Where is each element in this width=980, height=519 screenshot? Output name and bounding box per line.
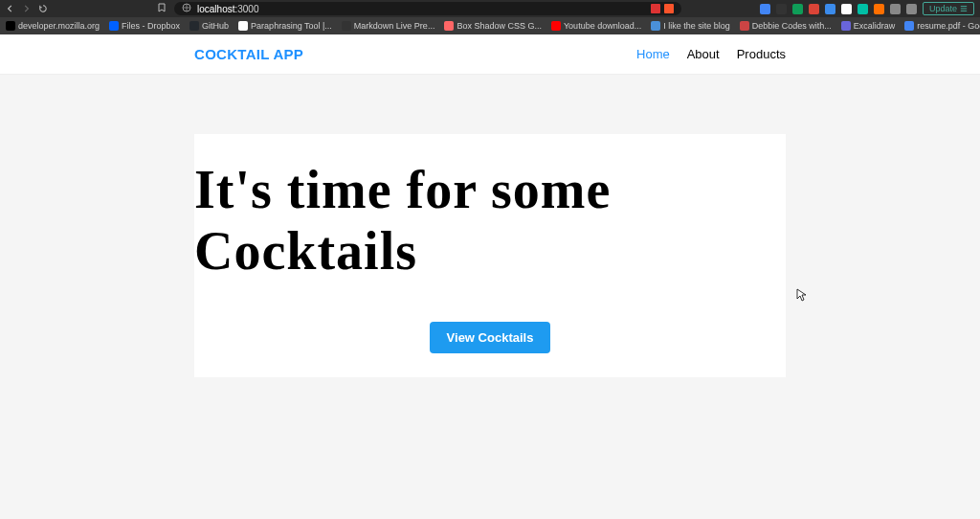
bookmark-icon[interactable] xyxy=(157,3,167,14)
bookmark-item[interactable]: Youtube download... xyxy=(551,21,641,31)
favicon xyxy=(444,21,454,31)
bookmark-label: Paraphrasing Tool |... xyxy=(251,21,332,31)
favicon xyxy=(651,21,660,31)
bookmark-label: I like the site blog xyxy=(663,21,730,31)
favicon xyxy=(551,21,561,31)
extensions-area: Update xyxy=(760,2,974,15)
hero-card: It's time for some Cocktails View Cockta… xyxy=(194,134,786,377)
hero-title: It's time for some Cocktails xyxy=(194,159,786,282)
bookmark-item[interactable]: Paraphrasing Tool |... xyxy=(238,21,332,31)
bookmark-item[interactable]: Excalidraw xyxy=(841,21,896,31)
browser-toolbar: localhost:3000 Update xyxy=(0,0,980,17)
favicon xyxy=(189,21,199,31)
bookmark-item[interactable]: I like the site blog xyxy=(651,21,730,31)
url-text: localhost:3000 xyxy=(197,4,259,14)
bookmark-item[interactable]: developer.mozilla.org xyxy=(6,21,100,31)
nav-link-products[interactable]: Products xyxy=(737,47,786,61)
extension-icon[interactable] xyxy=(792,4,803,14)
nav-link-home[interactable]: Home xyxy=(636,47,670,61)
bookmarks-bar: developer.mozilla.orgFiles - DropboxGitH… xyxy=(0,17,980,34)
favicon xyxy=(841,21,851,31)
brand-logo[interactable]: COCKTAIL APP xyxy=(194,46,303,62)
extension-icon[interactable] xyxy=(858,4,868,14)
favicon xyxy=(740,21,749,31)
bookmark-label: resume.pdf - Googl... xyxy=(917,21,980,31)
update-button[interactable]: Update xyxy=(923,2,974,15)
favicon xyxy=(6,21,15,31)
bookmark-label: Debbie Codes with... xyxy=(752,21,832,31)
bookmark-label: Excalidraw xyxy=(854,21,896,31)
main-nav: HomeAboutProducts xyxy=(636,47,786,61)
url-bar[interactable]: localhost:3000 xyxy=(174,2,681,15)
bookmark-item[interactable]: Markdown Live Pre... xyxy=(342,21,435,31)
view-cocktails-button[interactable]: View Cocktails xyxy=(430,322,551,353)
extension-icon[interactable] xyxy=(760,4,770,14)
extension-icon[interactable] xyxy=(890,4,901,14)
favicon xyxy=(904,21,914,31)
bookmark-label: Box Shadow CSS G... xyxy=(457,21,542,31)
extension-icon[interactable] xyxy=(841,4,852,14)
bookmark-label: Markdown Live Pre... xyxy=(354,21,435,31)
reload-button[interactable] xyxy=(38,4,48,13)
back-button[interactable] xyxy=(6,4,15,13)
forward-button[interactable] xyxy=(21,4,31,13)
bookmark-item[interactable]: resume.pdf - Googl... xyxy=(904,21,980,31)
bookmark-item[interactable]: Box Shadow CSS G... xyxy=(444,21,542,31)
bookmark-item[interactable]: Files - Dropbox xyxy=(109,21,180,31)
extension-icon[interactable] xyxy=(809,4,819,14)
extension-icon[interactable] xyxy=(906,4,917,14)
bookmark-item[interactable]: Debbie Codes with... xyxy=(740,21,832,31)
favicon xyxy=(109,21,119,31)
extension-icon[interactable] xyxy=(874,4,884,14)
bookmark-label: Youtube download... xyxy=(564,21,641,31)
extension-icon[interactable] xyxy=(776,4,787,14)
page-content: COCKTAIL APP HomeAboutProducts It's time… xyxy=(0,34,980,519)
bookmark-item[interactable]: GitHub xyxy=(189,21,229,31)
favicon xyxy=(238,21,248,31)
extension-icon[interactable] xyxy=(825,4,835,14)
shield-icon[interactable] xyxy=(651,4,660,13)
nav-link-about[interactable]: About xyxy=(687,47,720,61)
site-info-icon[interactable] xyxy=(182,3,191,14)
favicon xyxy=(342,21,351,31)
bookmark-label: developer.mozilla.org xyxy=(18,21,100,31)
bookmark-label: GitHub xyxy=(202,21,229,31)
bookmark-label: Files - Dropbox xyxy=(122,21,180,31)
brave-icon[interactable] xyxy=(664,4,674,13)
site-header: COCKTAIL APP HomeAboutProducts xyxy=(0,34,980,75)
